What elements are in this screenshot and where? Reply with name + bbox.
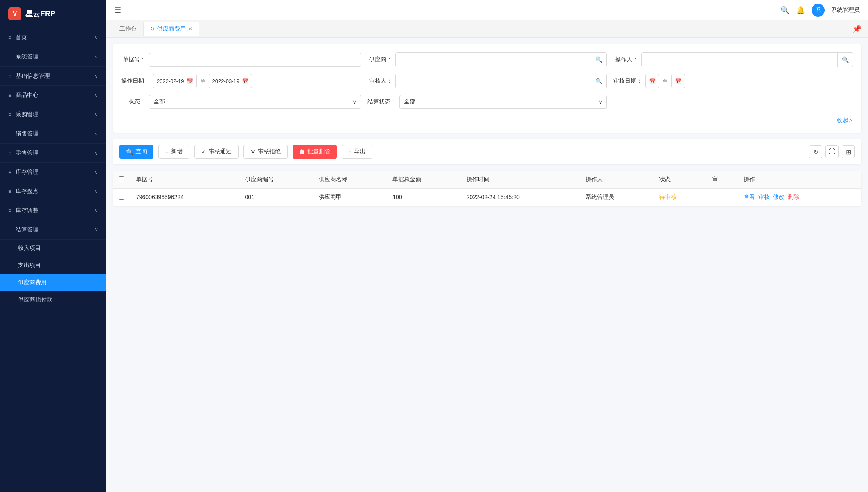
row-checkbox[interactable] [119, 194, 124, 200]
search-row-3: 状态： 全部 ∨ 结算状态： 全部 ∨ [121, 95, 853, 109]
audit-link[interactable]: 审核 [758, 193, 770, 201]
status-badge: 待审核 [659, 193, 676, 200]
auditor-search-button[interactable]: 🔍 [591, 74, 606, 88]
chevron-icon: ∨ [95, 150, 98, 156]
sidebar-sub-item-income[interactable]: 收入项目 [0, 240, 106, 257]
chevron-icon: ∨ [95, 73, 98, 79]
delete-link[interactable]: 删除 [788, 193, 799, 201]
collapse-button[interactable]: 收起∧ [121, 115, 853, 124]
query-button[interactable]: 🔍 查询 [119, 145, 153, 159]
cell-audit [706, 189, 738, 206]
sidebar-item-stock-check[interactable]: ≡ 库存盘点 ∨ [0, 182, 106, 201]
approve-label: 审核通过 [209, 148, 232, 155]
search-icon[interactable]: 🔍 [780, 6, 789, 15]
sidebar-sub-item-supplier-fee[interactable]: 供应商费用 [0, 274, 106, 291]
status-label: 状态： [121, 98, 146, 106]
action-toolbar: 🔍 查询 + 新增 ✓ 审核通过 ✕ 审核拒绝 🗑 批量删除 ↑ 导出 [113, 139, 861, 164]
select-all-checkbox[interactable] [119, 176, 124, 182]
settle-status-select[interactable]: 全部 ∨ [399, 95, 607, 109]
base-info-icon: ≡ [8, 73, 11, 79]
sidebar-item-system[interactable]: ≡ 系统管理 ∨ [0, 47, 106, 67]
tab-supplier-fee[interactable]: ↻ 供应商费用 ✕ [143, 22, 199, 36]
operator-label: 操作人： [613, 56, 638, 63]
add-button[interactable]: + 新增 [158, 145, 189, 159]
sidebar-item-home[interactable]: ≡ 首页 ∨ [0, 28, 106, 47]
tab-refresh-icon[interactable]: ↻ [150, 26, 155, 32]
sidebar-item-purchase[interactable]: ≡ 采购管理 ∨ [0, 105, 106, 124]
chevron-icon: ∨ [95, 189, 98, 194]
cell-actions: 查看 审核 修改 删除 [738, 189, 861, 206]
operator-input-wrapper: 🔍 [641, 52, 853, 67]
bell-icon[interactable]: 🔔 [796, 6, 805, 15]
fullscreen-tool-button[interactable]: ⛶ [825, 145, 839, 158]
search-row-1: 单据号： 供应商： 🔍 操作人： 🔍 [121, 52, 853, 67]
sidebar-item-label: 库存管理 [16, 168, 38, 176]
header-audit: 审 [706, 171, 738, 189]
approve-button[interactable]: ✓ 审核通过 [194, 145, 239, 159]
header-status: 状态 [654, 171, 706, 189]
operator-field: 操作人： 🔍 [613, 52, 853, 67]
tab-workbench[interactable]: 工作台 [113, 22, 143, 36]
export-button[interactable]: ↑ 导出 [342, 145, 372, 159]
cell-status: 待审核 [654, 189, 706, 206]
chevron-icon: ∨ [95, 131, 98, 137]
settle-status-label: 结算状态： [367, 98, 396, 106]
retail-icon: ≡ [8, 150, 11, 156]
op-date-start-input[interactable]: 2022-02-19 📅 [153, 74, 197, 88]
auditor-input-wrapper: 🔍 [395, 74, 607, 88]
audit-date-field: 审核日期： 📅 至 📅 [613, 74, 853, 88]
operator-search-button[interactable]: 🔍 [837, 53, 853, 67]
sidebar-item-sales[interactable]: ≡ 销售管理 ∨ [0, 124, 106, 144]
sidebar-sub-item-label: 收入项目 [18, 245, 41, 251]
status-value: 全部 [153, 98, 165, 106]
refresh-tool-button[interactable]: ↻ [809, 145, 822, 158]
sidebar-item-label: 零售管理 [16, 149, 38, 157]
grid-tool-button[interactable]: ⊞ [842, 145, 855, 158]
audit-date-end-input[interactable]: 📅 [671, 74, 685, 88]
chevron-up-icon: ∧ [95, 227, 98, 233]
sidebar-sub-item-label: 供应商预付款 [18, 296, 52, 303]
status-select[interactable]: 全部 ∨ [149, 95, 361, 109]
edit-link[interactable]: 修改 [773, 193, 785, 201]
audit-date-start-input[interactable]: 📅 [645, 74, 659, 88]
supplier-input[interactable] [396, 53, 591, 67]
batch-delete-button[interactable]: 🗑 批量删除 [293, 145, 337, 159]
chevron-icon: ∨ [95, 92, 98, 98]
menu-toggle-button[interactable]: ☰ [115, 6, 121, 15]
header-action: 操作 [738, 171, 861, 189]
supplier-label: 供应商： [367, 56, 392, 63]
sidebar-item-inventory[interactable]: ≡ 库存管理 ∨ [0, 163, 106, 182]
system-icon: ≡ [8, 54, 11, 60]
sidebar-item-label: 库存调整 [16, 207, 38, 214]
sales-icon: ≡ [8, 130, 11, 137]
header-checkbox-col [113, 171, 130, 189]
sidebar-item-base-info[interactable]: ≡ 基础信息管理 ∨ [0, 67, 106, 86]
op-date-end-value: 2022-03-19 [212, 78, 240, 84]
status-field: 状态： 全部 ∨ [121, 95, 361, 109]
operator-input[interactable] [642, 53, 837, 67]
op-date-end-input[interactable]: 2022-03-19 📅 [209, 74, 253, 88]
sidebar-sub-item-expense[interactable]: 支出项目 [0, 257, 106, 274]
pin-icon[interactable]: 📌 [852, 25, 861, 33]
tab-close-icon[interactable]: ✕ [188, 26, 192, 32]
sidebar-item-retail[interactable]: ≡ 零售管理 ∨ [0, 144, 106, 163]
calendar-icon: 📅 [187, 78, 193, 84]
supplier-search-button[interactable]: 🔍 [591, 53, 606, 67]
sidebar-item-product[interactable]: ≡ 商品中心 ∨ [0, 86, 106, 105]
table-header-row: 单据号 供应商编号 供应商名称 单据总金额 操作时间 操作人 状态 审 操作 [113, 171, 861, 189]
order-no-input[interactable] [149, 53, 361, 67]
op-date-start-value: 2022-02-19 [157, 78, 184, 84]
sidebar-item-settlement[interactable]: ≡ 结算管理 ∧ [0, 220, 106, 240]
header-op-time: 操作时间 [461, 171, 580, 189]
auditor-input[interactable] [396, 74, 591, 88]
reject-button[interactable]: ✕ 审核拒绝 [243, 145, 288, 159]
check-icon: ✓ [201, 148, 206, 155]
purchase-icon: ≡ [8, 111, 11, 118]
tab-label: 工作台 [119, 25, 137, 33]
sidebar-item-stock-adjust[interactable]: ≡ 库存调整 ∨ [0, 201, 106, 220]
tabs-bar: 工作台 ↻ 供应商费用 ✕ 📌 [106, 20, 868, 38]
sidebar-sub-item-supplier-prepay[interactable]: 供应商预付款 [0, 291, 106, 308]
view-link[interactable]: 查看 [744, 193, 755, 201]
header-total-amount: 单据总金额 [387, 171, 460, 189]
content-area: 单据号： 供应商： 🔍 操作人： 🔍 [106, 38, 868, 492]
